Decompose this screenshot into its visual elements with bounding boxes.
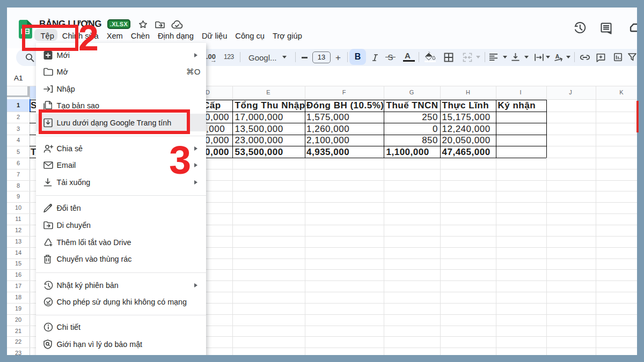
svg-text:A: A — [555, 53, 560, 60]
